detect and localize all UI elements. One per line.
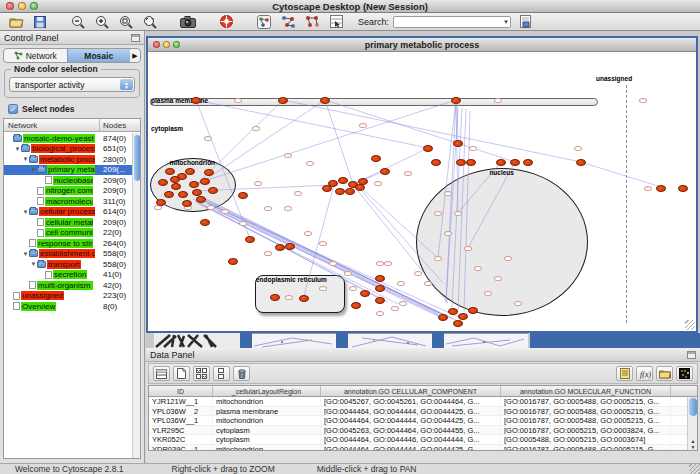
help-icon[interactable] [216, 14, 236, 30]
gene-node-small[interactable] [349, 286, 357, 291]
gene-node[interactable] [208, 187, 218, 194]
gene-node[interactable] [448, 308, 458, 315]
table-scrollbar[interactable]: ▲▼ [687, 397, 697, 450]
tree-expand-icon[interactable]: ▼ [22, 209, 29, 215]
tab-network[interactable]: Network [4, 49, 67, 62]
network-window-titlebar[interactable]: primary metabolic process [148, 38, 696, 52]
snapshot-icon[interactable] [178, 14, 198, 30]
gene-node-small[interactable] [434, 256, 442, 261]
table-scroll-thumb[interactable] [689, 398, 697, 416]
gene-node[interactable] [438, 314, 448, 321]
gene-node[interactable] [200, 219, 210, 226]
select-nodes-checkbox[interactable]: ✓ [8, 104, 18, 114]
zoom-fit-icon[interactable] [140, 14, 160, 30]
gene-node[interactable] [192, 189, 202, 196]
gene-node-small[interactable] [639, 98, 647, 103]
tree-scrollbar[interactable] [132, 133, 140, 458]
gene-node-small[interactable] [454, 211, 462, 216]
gene-node[interactable] [371, 155, 381, 162]
tree-row[interactable]: ▼metabolic process280(0) [4, 154, 132, 165]
tree-row[interactable]: ▼biological_process651(0) [4, 144, 132, 155]
matrix-view-icon[interactable] [676, 366, 693, 381]
table-row[interactable]: YPL036W__2plasma membrane[GO:0044464, GO… [149, 407, 697, 417]
gene-node[interactable] [185, 168, 195, 175]
gene-node[interactable] [158, 179, 168, 186]
tree-row[interactable]: cell communicat22(0) [4, 228, 132, 239]
background-window-sliver[interactable] [530, 333, 700, 348]
tree-row[interactable]: ▼primary metabolic209(... [4, 165, 132, 176]
background-window-sliver[interactable] [444, 333, 528, 348]
gene-node[interactable] [228, 258, 238, 265]
select-attributes-icon[interactable] [153, 366, 170, 381]
gene-node[interactable] [375, 297, 385, 304]
gene-node[interactable] [322, 185, 332, 192]
zoom-button[interactable] [30, 2, 38, 10]
gene-node[interactable] [170, 176, 180, 183]
gene-node[interactable] [191, 97, 201, 104]
gene-node[interactable] [270, 294, 280, 301]
gene-node-small[interactable] [494, 276, 502, 281]
notes-icon[interactable] [616, 366, 633, 381]
background-window-sliver[interactable] [240, 333, 252, 348]
gene-node[interactable] [299, 295, 309, 302]
gene-node[interactable] [576, 159, 586, 166]
gene-node[interactable] [278, 97, 288, 104]
gene-node[interactable] [468, 307, 478, 314]
gene-node-small[interactable] [464, 246, 472, 251]
gene-node-small[interactable] [644, 186, 652, 191]
gene-node[interactable] [355, 184, 365, 191]
gene-node-small[interactable] [207, 205, 215, 210]
tree-row[interactable]: macromolecule311(0) [4, 196, 132, 207]
gene-node-small[interactable] [574, 146, 582, 151]
gene-node-small[interactable] [514, 301, 522, 306]
gene-node[interactable] [423, 145, 433, 152]
gene-node[interactable] [453, 140, 463, 147]
zoom-in-icon[interactable] [92, 14, 112, 30]
gene-node[interactable] [360, 290, 370, 297]
gene-node-small[interactable] [399, 301, 407, 306]
gene-node-small[interactable] [329, 261, 337, 266]
gene-node-small[interactable] [376, 261, 384, 266]
gene-node-small[interactable] [434, 211, 442, 216]
table-row[interactable]: YDR039C__1mitochondrion[GO:0044464, GO:0… [149, 445, 697, 452]
minimize-button[interactable] [18, 2, 26, 10]
gene-node[interactable] [200, 178, 210, 185]
gene-node[interactable] [338, 177, 348, 184]
float-panel-icon[interactable] [687, 351, 696, 359]
gene-node[interactable] [678, 185, 688, 192]
network-overlay-icon[interactable] [302, 14, 322, 30]
table-column-header[interactable]: _cellularLayoutRegion [213, 386, 321, 396]
maximize-icon[interactable] [173, 41, 180, 48]
gene-node[interactable] [380, 168, 390, 175]
close-button[interactable] [6, 2, 14, 10]
gene-node-small[interactable] [221, 209, 229, 214]
open-icon[interactable] [6, 14, 26, 30]
background-window-sliver[interactable] [252, 333, 336, 348]
gene-node-small[interactable] [384, 261, 392, 266]
gene-node[interactable] [171, 183, 181, 190]
gene-node-small[interactable] [504, 256, 512, 261]
gene-node-small[interactable] [344, 271, 352, 276]
search-input[interactable] [393, 16, 511, 28]
table-row[interactable]: YLR295Ccytoplasm[GO:0045263, GO:0044464,… [149, 426, 697, 436]
gene-node[interactable] [466, 159, 476, 166]
gene-node[interactable] [165, 168, 175, 175]
gene-node-small[interactable] [444, 231, 452, 236]
gene-node-small[interactable] [285, 295, 293, 300]
minimize-icon[interactable] [163, 41, 170, 48]
gene-node-small[interactable] [234, 98, 242, 103]
attribute-selection-icon[interactable] [193, 366, 210, 381]
vizmapper-icon[interactable] [254, 14, 274, 30]
gene-node[interactable] [320, 97, 330, 104]
background-window-sliver[interactable] [154, 333, 240, 348]
import-table-icon[interactable] [326, 14, 346, 30]
gene-node[interactable] [245, 236, 255, 243]
gene-node[interactable] [189, 181, 199, 188]
gene-node-small[interactable] [284, 153, 292, 158]
gene-node[interactable] [375, 285, 385, 292]
gene-node[interactable] [375, 275, 385, 282]
tab-overflow-arrow-icon[interactable]: ▶ [130, 52, 140, 60]
gene-node[interactable] [458, 313, 468, 320]
gene-node[interactable] [456, 159, 466, 166]
tree-expand-icon[interactable]: ▼ [30, 261, 37, 267]
